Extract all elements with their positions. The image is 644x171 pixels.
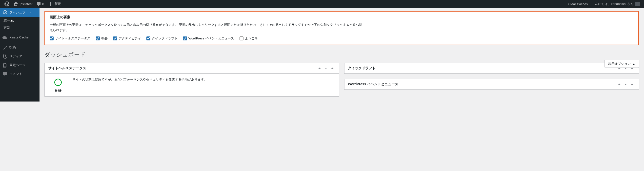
adminbar-comments-count: 0 <box>42 2 44 6</box>
move-down-icon[interactable] <box>622 82 629 87</box>
plus-icon <box>48 1 53 6</box>
submenu-updates[interactable]: 更新 <box>0 24 40 31</box>
move-up-icon[interactable] <box>616 82 622 87</box>
wordpress-icon <box>4 1 10 6</box>
menu-posts[interactable]: 投稿 <box>0 43 40 52</box>
widget-quick-draft-header[interactable]: クイックドラフト <box>344 63 639 74</box>
site-health-indicator: 良好 <box>48 77 68 93</box>
admin-menu: ダッシュボード ホーム 更新 Kinsta Cache 投稿 メディア 固定ペー… <box>0 8 40 102</box>
screen-option-checkbox[interactable]: WordPress イベントとニュース <box>183 36 234 41</box>
screen-option-checkbox[interactable]: ようこそ <box>240 36 258 41</box>
move-down-icon[interactable] <box>323 66 329 71</box>
screen-option-checkbox[interactable]: クイックドラフト <box>146 36 178 41</box>
adminbar-new-label: 新規 <box>54 2 61 6</box>
screen-option-checkbox[interactable]: サイトヘルスステータス <box>50 36 90 41</box>
submenu-home[interactable]: ホーム <box>0 17 40 24</box>
widget-site-health-title: サイトヘルスステータス <box>48 66 316 70</box>
adminbar-greeting: こんにちは、kanaonishi さん <box>592 2 634 6</box>
page-title: ダッシュボード <box>44 51 639 58</box>
checkbox-label: ようこそ <box>245 36 258 41</box>
checkbox-label: クイックドラフト <box>152 36 178 41</box>
widget-quick-draft-title: クイックドラフト <box>348 66 616 70</box>
cloud-icon <box>2 35 8 40</box>
checkbox-label: アクティビティ <box>118 36 141 41</box>
checkbox-label: WordPress イベントとニュース <box>188 36 234 41</box>
widget-quick-draft: クイックドラフト <box>344 63 639 74</box>
toggle-icon[interactable] <box>329 66 336 71</box>
menu-pages[interactable]: 固定ページ <box>0 61 40 69</box>
menu-pages-label: 固定ページ <box>10 63 26 67</box>
menu-media[interactable]: メディア <box>0 52 40 61</box>
checkbox-input[interactable] <box>50 36 54 40</box>
menu-kinsta-cache[interactable]: Kinsta Cache <box>0 33 40 42</box>
menu-posts-label: 投稿 <box>10 45 16 49</box>
caret-up-icon: ▲ <box>632 62 635 66</box>
menu-comments-label: コメント <box>10 72 22 76</box>
adminbar-new[interactable]: 新規 <box>46 0 63 8</box>
adminbar-account[interactable]: こんにちは、kanaonishi さん <box>590 0 642 8</box>
checkbox-input[interactable] <box>113 36 117 40</box>
avatar-icon <box>635 2 640 6</box>
adminbar-site-link[interactable]: jpsitetest <box>11 0 34 8</box>
screen-options-tab-label: 表示オプション <box>608 62 631 66</box>
menu-comments[interactable]: コメント <box>0 69 40 78</box>
widget-events: WordPress イベントとニュース <box>344 79 639 90</box>
menu-dashboard-label: ダッシュボード <box>10 10 32 14</box>
pages-icon <box>2 63 8 67</box>
screen-options-checkboxes: サイトヘルスステータス概要アクティビティクイックドラフトWordPress イベ… <box>50 36 634 41</box>
screen-options-tab[interactable]: 表示オプション ▲ <box>604 60 639 68</box>
menu-dashboard[interactable]: ダッシュボード <box>0 8 40 17</box>
comment-icon <box>36 1 41 6</box>
checkbox-label: サイトヘルスステータス <box>55 36 90 41</box>
dashboard-widgets: サイトヘルスステータス 良好 サイトの状態は健康ですが、まだパフォーマンスやセキ… <box>44 63 639 97</box>
adminbar-wordpress-logo[interactable] <box>2 0 11 8</box>
menu-kinsta-label: Kinsta Cache <box>10 35 28 39</box>
screen-option-checkbox[interactable]: 概要 <box>96 36 108 41</box>
widget-site-health: サイトヘルスステータス 良好 サイトの状態は健康ですが、まだパフォーマンスやセキ… <box>44 63 339 97</box>
site-health-text: サイトの状態は健康ですが、まだパフォーマンスやセキュリティを改善する余地がありま… <box>72 77 207 93</box>
checkbox-input[interactable] <box>240 36 244 40</box>
site-health-status: 良好 <box>48 88 68 93</box>
home-icon <box>13 1 18 6</box>
menu-media-label: メディア <box>10 54 22 58</box>
screen-options-title: 画面上の要素 <box>50 15 634 19</box>
widget-site-health-header[interactable]: サイトヘルスステータス <box>45 63 339 74</box>
adminbar-comments[interactable]: 0 <box>34 0 46 8</box>
screen-options-description: 一部の画面上の要素は、チェックボックスを使って表示と非表示の切り替えができます。… <box>50 22 363 33</box>
checkbox-input[interactable] <box>96 36 100 40</box>
comments-icon <box>2 71 8 76</box>
media-icon <box>2 54 8 59</box>
dashboard-icon <box>2 10 8 15</box>
checkbox-input[interactable] <box>146 36 150 40</box>
checkbox-label: 概要 <box>101 36 108 41</box>
pin-icon <box>2 45 8 50</box>
screen-option-checkbox[interactable]: アクティビティ <box>113 36 141 41</box>
widget-events-title: WordPress イベントとニュース <box>348 82 616 86</box>
health-circle-icon <box>54 79 62 86</box>
widget-events-header[interactable]: WordPress イベントとニュース <box>344 79 639 90</box>
screen-options-panel: 画面上の要素 一部の画面上の要素は、チェックボックスを使って表示と非表示の切り替… <box>44 11 639 45</box>
move-up-icon[interactable] <box>316 66 323 71</box>
adminbar-site-name: jpsitetest <box>20 2 32 6</box>
adminbar-clear-caches[interactable]: Clear Caches <box>566 0 590 8</box>
checkbox-input[interactable] <box>183 36 187 40</box>
toggle-icon[interactable] <box>629 82 635 87</box>
